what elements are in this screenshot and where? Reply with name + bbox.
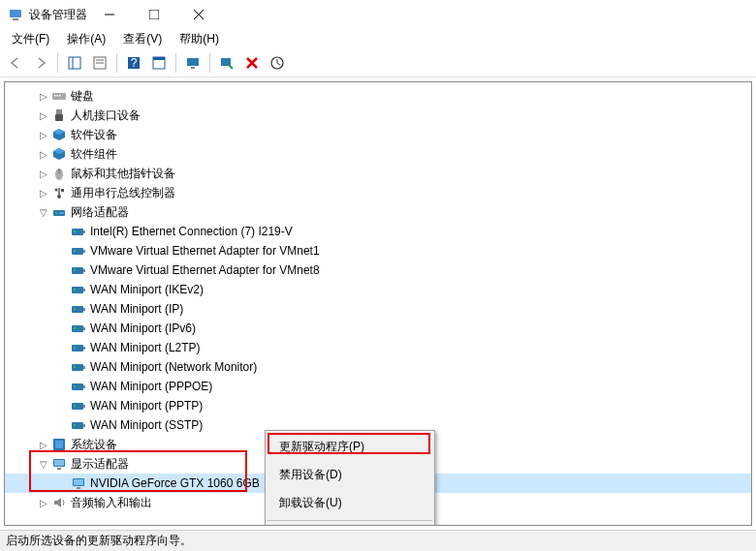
tree-item[interactable]: WAN Miniport (IKEv2) (5, 280, 751, 299)
tree-item[interactable]: WAN Miniport (Network Monitor) (5, 357, 751, 377)
no-expander (55, 417, 71, 433)
expand-icon[interactable]: ▷ (36, 107, 51, 123)
tree-item[interactable]: ▷键盘 (5, 86, 751, 106)
tree-item-label: WAN Miniport (IKEv2) (90, 283, 204, 296)
collapse-icon[interactable]: ▽ (36, 204, 51, 220)
toolbar-show-panel[interactable] (63, 51, 86, 75)
tree-item[interactable]: ▷软件设备 (5, 125, 751, 144)
tree-item-label: WAN Miniport (L2TP) (90, 341, 201, 354)
app-icon (8, 7, 23, 22)
no-expander (55, 359, 71, 375)
tree-item[interactable]: WAN Miniport (PPPOE) (5, 377, 751, 396)
ctx-update-driver[interactable]: 更新驱动程序(P) (268, 433, 432, 461)
svg-rect-22 (59, 95, 61, 97)
usbctrl-icon (51, 185, 67, 200)
svg-rect-52 (72, 345, 83, 352)
netcard-icon (71, 282, 86, 297)
menu-view[interactable]: 查看(V) (115, 29, 170, 49)
toolbar-separator (57, 53, 58, 73)
svg-point-42 (74, 269, 76, 271)
tree-item[interactable]: WAN Miniport (PPTP) (5, 396, 751, 415)
ctx-disable[interactable]: 禁用设备(D) (268, 461, 432, 489)
svg-point-66 (74, 424, 76, 426)
toolbar-panel2[interactable] (147, 51, 171, 75)
toolbar-update[interactable] (266, 51, 289, 75)
svg-rect-64 (72, 422, 83, 429)
toolbar-forward[interactable] (29, 51, 52, 75)
expand-icon[interactable]: ▷ (36, 88, 51, 104)
toolbar-back[interactable] (4, 51, 27, 75)
svg-rect-55 (72, 364, 83, 371)
toolbar-separator (116, 53, 117, 73)
cube-icon (51, 146, 67, 162)
toolbar-separator (175, 53, 176, 73)
tree-item-label: 音频输入和输出 (71, 495, 152, 511)
minimize-button[interactable] (87, 0, 132, 29)
tree-item[interactable]: WAN Miniport (L2TP) (5, 338, 751, 357)
network-icon (51, 204, 67, 220)
svg-rect-21 (57, 95, 59, 97)
no-expander (55, 224, 71, 239)
expand-icon[interactable]: ▷ (36, 166, 51, 181)
menu-action[interactable]: 操作(A) (59, 29, 113, 49)
expand-icon[interactable]: ▷ (36, 437, 51, 452)
tree-item-label: VMware Virtual Ethernet Adapter for VMne… (90, 263, 320, 277)
tree-panel[interactable]: ▷键盘▷人机接口设备▷软件设备▷软件组件▷鼠标和其他指针设备▷通用串行总线控制器… (4, 81, 752, 526)
netcard-icon (71, 379, 86, 394)
svg-rect-74 (77, 487, 80, 489)
toolbar-delete[interactable] (240, 51, 264, 75)
keyboard-icon (51, 88, 67, 104)
toolbar-help[interactable]: ? (122, 51, 145, 75)
tree-item-label: 人机接口设备 (71, 107, 141, 124)
ctx-uninstall[interactable]: 卸载设备(U) (268, 489, 432, 517)
netcard-icon (71, 359, 86, 375)
toolbar-properties[interactable] (88, 51, 111, 75)
svg-point-45 (74, 289, 76, 291)
mouse-icon (51, 166, 67, 181)
svg-rect-61 (72, 403, 83, 410)
maximize-button[interactable] (132, 0, 176, 29)
tree-item-label: WAN Miniport (IP) (90, 302, 183, 316)
tree-item[interactable]: ▷人机接口设备 (5, 106, 751, 125)
svg-rect-37 (72, 248, 83, 255)
svg-rect-68 (55, 441, 63, 448)
netcard-icon (71, 243, 86, 259)
menu-file[interactable]: 文件(F) (4, 29, 57, 49)
close-button[interactable] (176, 0, 221, 29)
svg-rect-40 (72, 267, 83, 274)
tree-item[interactable]: WAN Miniport (IPv6) (5, 319, 751, 338)
usb-icon (51, 107, 67, 123)
tree-item[interactable]: ▷通用串行总线控制器 (5, 183, 751, 202)
collapse-icon[interactable]: ▽ (36, 456, 51, 472)
tree-item-label: 键盘 (71, 88, 94, 105)
tree-item[interactable]: ▷鼠标和其他指针设备 (5, 164, 751, 183)
svg-rect-70 (54, 460, 64, 466)
tree-item[interactable]: Intel(R) Ethernet Connection (7) I219-V (5, 222, 751, 241)
svg-rect-65 (83, 424, 85, 427)
tree-item[interactable]: VMware Virtual Ethernet Adapter for VMne… (5, 260, 751, 280)
svg-point-51 (74, 327, 76, 329)
svg-rect-1 (13, 18, 18, 20)
menu-help[interactable]: 帮助(H) (172, 29, 227, 49)
svg-rect-53 (83, 347, 85, 350)
tree-item[interactable]: ▽网络适配器 (5, 202, 751, 222)
svg-point-57 (74, 366, 76, 368)
expand-icon[interactable]: ▷ (36, 127, 51, 142)
svg-point-36 (74, 230, 76, 232)
tree-item-label: WAN Miniport (PPPOE) (90, 380, 212, 393)
toolbar-monitor[interactable] (181, 51, 205, 75)
display-icon (51, 456, 67, 472)
ctx-scan[interactable]: 扫描检测硬件改动(A) (268, 524, 432, 526)
svg-rect-14 (153, 57, 165, 60)
tree-item[interactable]: ▷软件组件 (5, 144, 751, 164)
netcard-icon (71, 321, 86, 336)
expand-icon[interactable]: ▷ (36, 185, 51, 200)
toolbar-scan[interactable] (215, 51, 238, 75)
netcard-icon (71, 398, 86, 413)
tree-item[interactable]: VMware Virtual Ethernet Adapter for VMne… (5, 241, 751, 260)
svg-rect-15 (187, 58, 199, 66)
expand-icon[interactable]: ▷ (36, 146, 51, 162)
tree-item[interactable]: WAN Miniport (IP) (5, 299, 751, 319)
svg-rect-34 (72, 229, 83, 235)
expand-icon[interactable]: ▷ (36, 495, 51, 510)
